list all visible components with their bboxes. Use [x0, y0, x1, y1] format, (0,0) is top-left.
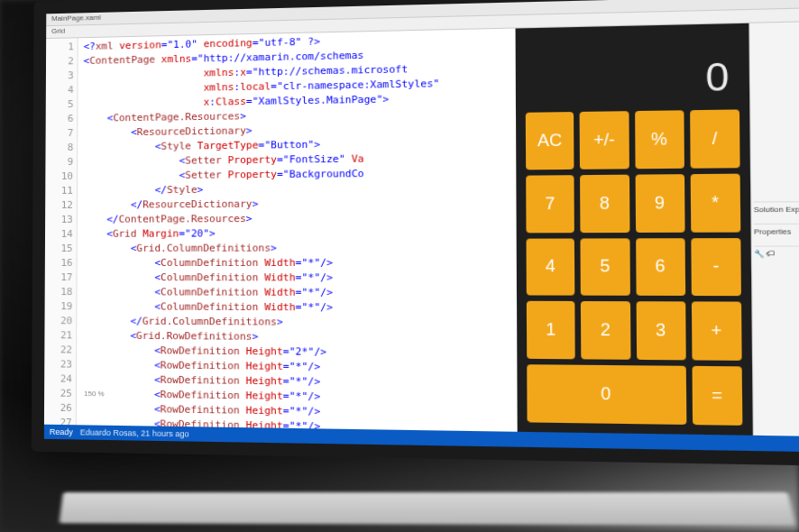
- line-number: 11: [49, 184, 73, 198]
- window-title: MainPage.xaml: [51, 14, 101, 23]
- status-ready: Ready: [50, 427, 73, 437]
- calc-2[interactable]: 2: [581, 301, 630, 360]
- line-number-gutter: 1234567891011121314151617181920212223242…: [44, 38, 78, 425]
- taskbar-app-explorer[interactable]: 📁: [151, 444, 172, 464]
- laptop-keyboard: [60, 492, 796, 526]
- line-number: 10: [49, 170, 73, 184]
- calc-5[interactable]: 5: [581, 238, 630, 296]
- store-icon: 🛍: [234, 449, 244, 463]
- svg-rect-2: [54, 453, 60, 458]
- line-number: 8: [49, 141, 73, 155]
- vs-icon: ⟐: [133, 446, 140, 459]
- code-line[interactable]: <Grid Margin="20">: [83, 225, 510, 242]
- taskbar-app-edge[interactable]: e: [202, 445, 225, 465]
- code-line[interactable]: <ColumnDefinition Width="*"/>: [82, 285, 510, 301]
- code-line[interactable]: <ColumnDefinition Width="*"/>: [82, 271, 510, 286]
- status-zoom: 150 %: [84, 390, 105, 398]
- line-number: 30: [48, 459, 72, 466]
- line-number: 3: [50, 69, 74, 83]
- line-number: 21: [48, 328, 72, 343]
- calc-plus[interactable]: +: [692, 302, 742, 361]
- start-button[interactable]: [50, 442, 71, 463]
- svg-rect-1: [61, 445, 67, 451]
- tag-icon: 🏷: [767, 250, 775, 259]
- windows-logo-icon: [54, 445, 67, 458]
- editor-tab[interactable]: Grid: [51, 27, 65, 37]
- line-number: 6: [50, 112, 74, 126]
- screen: MainPage.xaml Grid 123456789101112131415…: [32, 0, 799, 466]
- taskbar-app-store[interactable]: 🛍: [228, 445, 251, 465]
- tool-window-tabs: Solution Explo Properties 🔧 🏷: [748, 22, 799, 436]
- code-line[interactable]: </ContentPage.Resources>: [83, 210, 510, 226]
- taskbar-app-xbox[interactable]: ◎: [254, 445, 277, 466]
- tray-net-down: ↓3: [671, 458, 682, 466]
- line-number: 17: [49, 271, 73, 285]
- code-line[interactable]: <ColumnDefinition Width="*"/>: [83, 255, 511, 271]
- xbox-icon: ◎: [261, 449, 270, 463]
- line-number: 22: [48, 343, 72, 357]
- wrench-icon: 🔧: [754, 250, 764, 259]
- calc-multiply[interactable]: *: [690, 173, 740, 232]
- xaml-preview-pane: 0 AC+/-%/789*456-123+0=: [516, 23, 753, 436]
- tray-chevron-up-icon[interactable]: ˄: [639, 457, 645, 466]
- line-number: 16: [49, 256, 73, 271]
- line-number: 4: [50, 83, 74, 97]
- system-tray[interactable]: ˄ ↑0 ↓3 ☁ ᛒ ▮ ⋮ 🔊 ⌨ 💬: [639, 457, 799, 466]
- solution-explorer-tab[interactable]: Solution Explo: [754, 201, 799, 214]
- tray-cloud-icon[interactable]: ☁: [690, 458, 700, 466]
- calc-8[interactable]: 8: [580, 174, 629, 232]
- line-number: 23: [48, 357, 72, 371]
- properties-tab[interactable]: Properties: [754, 224, 799, 236]
- line-number: 29: [48, 445, 72, 460]
- task-view-icon: ⊞: [106, 446, 115, 459]
- line-number: 24: [48, 371, 72, 386]
- svg-rect-3: [61, 453, 67, 458]
- line-number: 13: [49, 213, 73, 227]
- taskbar-app-visualstudio[interactable]: ⟐: [125, 443, 147, 463]
- tray-volume-icon[interactable]: 🔊: [755, 459, 767, 465]
- folder-icon: 📁: [155, 447, 169, 461]
- line-number: 1: [50, 40, 74, 54]
- line-number: 12: [49, 198, 73, 213]
- calc-9[interactable]: 9: [635, 174, 684, 233]
- line-number: 18: [49, 285, 73, 299]
- calc-percent[interactable]: %: [635, 110, 684, 169]
- code-line[interactable]: <Grid.ColumnDefinitions>: [83, 241, 511, 256]
- tray-bluetooth-icon[interactable]: ᛒ: [708, 458, 714, 465]
- line-number: 5: [50, 97, 74, 112]
- calc-7[interactable]: 7: [526, 175, 574, 233]
- search-button[interactable]: 🔍: [75, 442, 96, 463]
- line-number: 19: [49, 299, 73, 314]
- calc-1[interactable]: 1: [527, 301, 575, 359]
- taskbar-app-chrome[interactable]: 🟢: [177, 444, 199, 464]
- calc-3[interactable]: 3: [636, 302, 685, 361]
- tray-net-up: ↑0: [652, 457, 663, 465]
- calc-clear[interactable]: AC: [526, 112, 574, 170]
- svg-rect-0: [54, 445, 60, 451]
- calc-negate[interactable]: +/-: [580, 111, 629, 169]
- code-editor[interactable]: <?xml version="1.0" encoding="utf-8" ?><…: [77, 29, 518, 432]
- line-number: 2: [50, 54, 74, 69]
- visual-studio-window: MainPage.xaml Grid 123456789101112131415…: [44, 0, 799, 452]
- tray-keyboard-icon[interactable]: ⌨: [776, 460, 790, 466]
- tray-wifi-icon[interactable]: ⋮: [737, 459, 747, 466]
- calc-button-grid: AC+/-%/789*456-123+0=: [526, 109, 743, 425]
- edge-icon: e: [210, 448, 216, 461]
- editor-main: 1234567891011121314151617181920212223242…: [44, 22, 799, 436]
- calc-display: 0: [525, 33, 739, 113]
- line-number: 14: [49, 227, 73, 242]
- line-number: 9: [49, 155, 73, 170]
- task-view-button[interactable]: ⊞: [100, 443, 122, 463]
- calc-4[interactable]: 4: [527, 238, 575, 296]
- line-number: 7: [50, 126, 74, 141]
- toolbox-icons[interactable]: 🔧 🏷: [754, 245, 799, 258]
- line-number: 15: [49, 242, 73, 256]
- calc-equals[interactable]: =: [692, 366, 742, 426]
- calc-6[interactable]: 6: [636, 238, 685, 297]
- calc-divide[interactable]: /: [690, 109, 740, 168]
- chrome-icon: 🟢: [180, 448, 194, 462]
- tray-battery-icon[interactable]: ▮: [722, 459, 729, 466]
- search-icon: 🔍: [78, 446, 92, 459]
- calc-minus[interactable]: -: [691, 238, 741, 297]
- calc-0[interactable]: 0: [527, 364, 686, 425]
